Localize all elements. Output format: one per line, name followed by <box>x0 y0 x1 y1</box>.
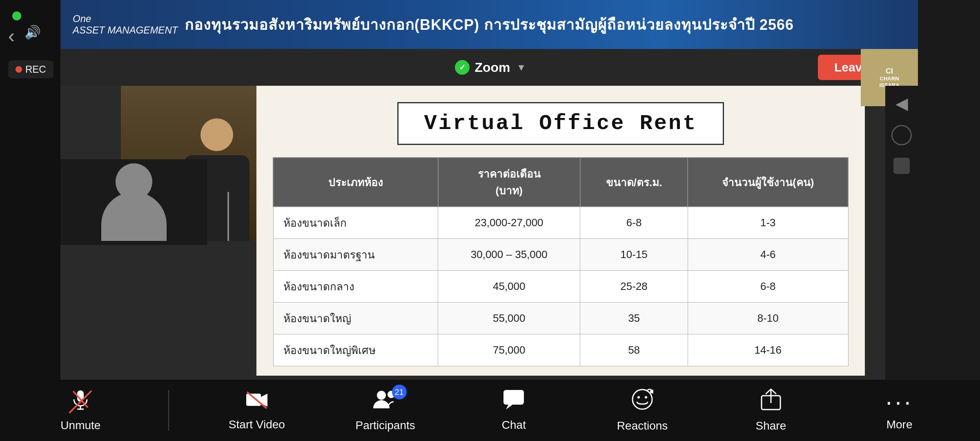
table-cell-1-1: 30,000 – 35,000 <box>438 239 580 271</box>
mic-stand <box>227 192 229 241</box>
participants-icon: 21 <box>372 389 399 415</box>
table-cell-1-3: 4-6 <box>688 239 848 271</box>
start-video-label: Start Video <box>229 418 285 431</box>
zoom-logo: ✓ Zoom ▾ <box>455 60 523 75</box>
zoom-label: Zoom <box>474 60 510 75</box>
table-row: ห้องขนาดใหญ่พิเศษ75,0005814-16 <box>273 334 848 366</box>
right-sidebar: ◀ <box>885 86 918 380</box>
table-cell-0-3: 1-3 <box>688 207 848 239</box>
top-banner: One ASSET MANAGEMENT กองทุนรวมอสังหาริมท… <box>60 0 918 49</box>
zoom-header: ✓ Zoom ▾ Leave <box>60 49 918 86</box>
slide-title-box: Virtual Office Rent <box>397 102 724 145</box>
status-dot <box>12 11 21 20</box>
svg-point-12 <box>637 396 640 399</box>
slide-title: Virtual Office Rent <box>415 111 706 136</box>
reactions-button[interactable]: Reactions <box>601 388 683 432</box>
zoom-shield-icon: ✓ <box>455 60 470 75</box>
main-video-area: One ASSET MANAGEMENT กองทุนรวมอสังหาริมท… <box>60 0 918 380</box>
share-label: Share <box>756 419 786 432</box>
table-cell-4-3: 14-16 <box>688 334 848 366</box>
bottom-toolbar: Unmute Start Video 21 Participants <box>0 380 980 441</box>
table-cell-2-0: ห้องขนาดกลาง <box>273 271 438 303</box>
table-cell-4-0: ห้องขนาดใหญ่พิเศษ <box>273 334 438 366</box>
avatar-video-tile <box>60 159 207 245</box>
reactions-label: Reactions <box>617 419 668 432</box>
table-row: ห้องขนาดมาตรฐาน30,000 – 35,00010-154-6 <box>273 239 848 271</box>
table-cell-3-1: 55,000 <box>438 303 580 334</box>
participants-button[interactable]: 21 Participants <box>345 389 426 432</box>
chat-button[interactable]: Chat <box>473 389 555 432</box>
col-header-users: จำนวนผู้ใช้งาน(คน) <box>688 158 848 207</box>
back-button[interactable]: ‹ <box>8 24 15 47</box>
start-video-button[interactable]: Start Video <box>216 390 298 431</box>
slide-area: Virtual Office Rent ประเภทห้อง ราคาต่อเด… <box>256 86 865 376</box>
table-cell-3-2: 35 <box>580 303 688 334</box>
avatar-figure <box>101 163 167 241</box>
chevron-down-icon[interactable]: ▾ <box>519 62 523 73</box>
table-cell-2-3: 6-8 <box>688 271 848 303</box>
share-icon <box>761 388 781 415</box>
col-header-size: ขนาด/ตร.ม. <box>580 158 688 207</box>
table-cell-0-0: ห้องขนาดเล็ก <box>273 207 438 239</box>
table-cell-2-1: 45,000 <box>438 271 580 303</box>
more-button[interactable]: ··· More <box>859 390 940 431</box>
reactions-icon <box>631 388 653 415</box>
unmute-button[interactable]: Unmute <box>40 389 121 432</box>
svg-point-11 <box>633 390 652 409</box>
camera-icon <box>245 390 268 414</box>
banner-text: กองทุนรวมอสังหาริมทรัพย์บางกอก(BKKCP) กา… <box>185 13 794 36</box>
toolbar-divider-1 <box>168 390 169 431</box>
logo-main: One <box>73 13 178 24</box>
svg-rect-4 <box>246 394 261 406</box>
svg-point-7 <box>377 391 386 400</box>
table-cell-1-2: 10-15 <box>580 239 688 271</box>
view-toggle-button[interactable] <box>893 158 910 174</box>
rec-label: REC <box>25 64 46 75</box>
table-cell-3-3: 8-10 <box>688 303 848 334</box>
collapse-panel-button[interactable]: ◀ <box>895 94 908 113</box>
more-label: More <box>886 418 913 431</box>
logo-sub: ASSET MANAGEMENT <box>73 24 178 36</box>
table-cell-4-1: 75,000 <box>438 334 580 366</box>
unmute-label: Unmute <box>60 419 100 432</box>
table-cell-0-1: 23,000-27,000 <box>438 207 580 239</box>
rec-badge: REC <box>8 60 53 78</box>
svg-marker-10 <box>506 405 512 410</box>
left-sidebar: ‹ 🔊 REC <box>0 0 60 380</box>
svg-point-13 <box>645 396 647 399</box>
table-cell-2-2: 25-28 <box>580 271 688 303</box>
rec-indicator <box>16 66 22 73</box>
col-header-type: ประเภทห้อง <box>273 158 438 207</box>
charn-logo-text: CI CHARN ISSARA <box>879 67 899 89</box>
table-cell-4-2: 58 <box>580 334 688 366</box>
person-head <box>200 118 233 151</box>
more-icon: ··· <box>886 390 913 414</box>
chat-icon <box>503 389 525 414</box>
banner-logo: One ASSET MANAGEMENT <box>73 13 178 36</box>
participants-label: Participants <box>355 419 415 432</box>
data-table: ประเภทห้อง ราคาต่อเดือน(บาท) ขนาด/ตร.ม. … <box>273 157 849 366</box>
col-header-price: ราคาต่อเดือน(บาท) <box>438 158 580 207</box>
table-cell-3-0: ห้องขนาดใหญ่ <box>273 303 438 334</box>
avatar-body <box>101 192 167 241</box>
speaker-icon[interactable]: 🔊 <box>24 24 41 40</box>
table-header-row: ประเภทห้อง ราคาต่อเดือน(บาท) ขนาด/ตร.ม. … <box>273 158 848 207</box>
table-row: ห้องขนาดเล็ก23,000-27,0006-81-3 <box>273 207 848 239</box>
table-cell-0-2: 6-8 <box>580 207 688 239</box>
chat-label: Chat <box>502 419 526 432</box>
share-button[interactable]: Share <box>730 388 812 432</box>
microphone-icon <box>70 389 91 415</box>
table-cell-1-0: ห้องขนาดมาตรฐาน <box>273 239 438 271</box>
table-row: ห้องขนาดใหญ่55,000358-10 <box>273 303 848 334</box>
participants-badge: 21 <box>392 385 407 399</box>
record-button[interactable] <box>891 125 912 145</box>
table-row: ห้องขนาดกลาง45,00025-286-8 <box>273 271 848 303</box>
svg-rect-9 <box>503 390 524 405</box>
